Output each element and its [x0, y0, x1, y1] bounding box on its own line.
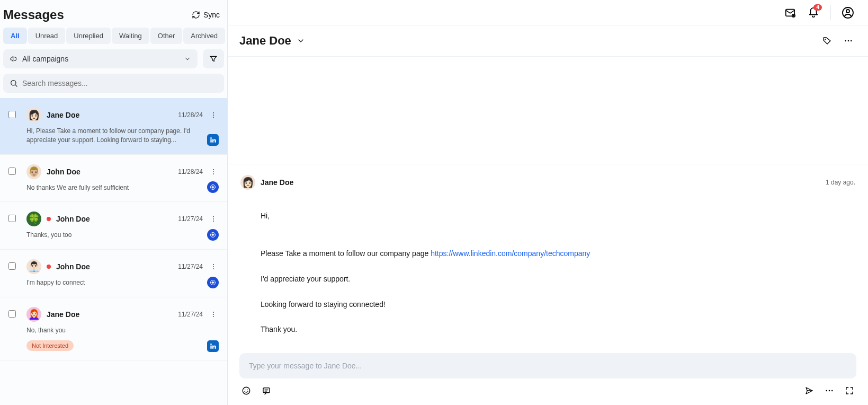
- send-button[interactable]: [802, 384, 816, 398]
- avatar: 👨🏻‍💼: [26, 259, 41, 274]
- svg-point-31: [826, 390, 827, 392]
- expand-button[interactable]: [843, 384, 856, 398]
- tab-other[interactable]: Other: [150, 28, 183, 44]
- search-box[interactable]: [3, 74, 224, 93]
- message-more-button[interactable]: [208, 168, 219, 175]
- svg-point-13: [213, 266, 214, 267]
- message-item[interactable]: 👩🏻 Jane Doe 11/28/24 Hi, Please Take a m…: [0, 98, 227, 155]
- more-vertical-icon: [210, 311, 217, 318]
- more-horizontal-icon: [825, 386, 834, 395]
- compose-mail-button[interactable]: [781, 3, 800, 22]
- svg-point-22: [846, 10, 849, 13]
- mail-plus-icon: [784, 7, 796, 19]
- send-icon: [804, 386, 814, 395]
- message-item[interactable]: 👩🏻‍🦰 Jane Doe 11/27/24 No, thank you Not…: [0, 297, 227, 361]
- avatar: 🍀: [26, 212, 41, 226]
- message-more-button[interactable]: [208, 311, 219, 318]
- company-link[interactable]: https://www.linkedin.com/company/techcom…: [431, 249, 590, 258]
- snippet-button[interactable]: [259, 384, 273, 398]
- svg-point-18: [213, 316, 214, 317]
- conversation-body[interactable]: 👩🏻 Jane Doe 1 day ago. Hi, Please Take a…: [228, 57, 868, 347]
- sender-avatar: 👩🏻: [240, 175, 255, 190]
- svg-point-23: [825, 39, 826, 40]
- tag-icon: [822, 36, 832, 46]
- message-date: 11/27/24: [178, 263, 203, 270]
- message-more-button[interactable]: [208, 215, 219, 223]
- svg-point-12: [213, 264, 214, 265]
- message-item[interactable]: 👨🏻‍💼 John Doe 11/27/24 I'm happy to conn…: [0, 250, 227, 297]
- svg-point-26: [851, 40, 852, 42]
- svg-point-10: [213, 221, 214, 222]
- divider: [830, 5, 831, 20]
- chevron-down-icon: [184, 55, 191, 63]
- message-preview: Thanks, you too: [26, 231, 219, 240]
- svg-point-28: [245, 390, 246, 391]
- select-checkbox[interactable]: [8, 215, 16, 222]
- tab-archived[interactable]: Archived: [183, 28, 225, 44]
- message-more-button[interactable]: [208, 263, 219, 270]
- tag-button[interactable]: [819, 33, 835, 49]
- chat-template-icon: [262, 386, 271, 395]
- select-checkbox[interactable]: [8, 111, 16, 118]
- sender-name: John Doe: [56, 262, 173, 271]
- select-checkbox[interactable]: [8, 262, 16, 270]
- svg-point-29: [247, 390, 248, 391]
- page-title: Messages: [3, 7, 64, 22]
- svg-point-4: [213, 169, 214, 170]
- chevron-down-icon: [297, 37, 305, 45]
- tab-unread[interactable]: Unread: [28, 28, 66, 44]
- svg-point-1: [213, 112, 214, 113]
- sync-button[interactable]: Sync: [192, 11, 220, 19]
- message-more-button[interactable]: [208, 111, 219, 119]
- message-date: 11/27/24: [178, 215, 203, 223]
- unread-indicator: [47, 265, 51, 269]
- svg-point-8: [213, 216, 214, 217]
- emoji-button[interactable]: [239, 384, 253, 398]
- tab-waiting[interactable]: Waiting: [112, 28, 149, 44]
- filter-button[interactable]: [203, 49, 224, 68]
- user-circle-icon: [842, 6, 854, 19]
- message-text: Hi, Please Take a moment to follow our c…: [240, 197, 855, 336]
- svg-rect-30: [263, 388, 270, 393]
- more-vertical-icon: [210, 263, 217, 270]
- svg-point-25: [848, 40, 849, 42]
- message-item[interactable]: 👨🏼 John Doe 11/28/24 No thanks We are fu…: [0, 155, 227, 202]
- svg-point-24: [845, 40, 846, 42]
- compose-input[interactable]: Type your message to Jane Doe...: [239, 353, 856, 378]
- account-button[interactable]: [838, 3, 857, 22]
- svg-point-3: [213, 117, 214, 118]
- conversation-more-button[interactable]: [840, 33, 856, 49]
- svg-point-0: [11, 81, 16, 85]
- message-date: 11/28/24: [178, 111, 203, 119]
- conversation-header: Jane Doe: [228, 25, 868, 57]
- avatar: 👨🏼: [26, 164, 41, 179]
- bubble-sender-name: Jane Doe: [261, 178, 820, 187]
- message-item[interactable]: 🍀 John Doe 11/27/24 Thanks, you too: [0, 202, 227, 250]
- sender-name: John Doe: [56, 215, 173, 223]
- conversation-title-dropdown[interactable]: Jane Doe: [239, 34, 305, 48]
- linkedin-icon: [207, 340, 219, 352]
- composer-more-button[interactable]: [822, 384, 836, 398]
- campaign-label: All campaigns: [22, 55, 68, 63]
- sender-name: Jane Doe: [47, 111, 173, 119]
- select-checkbox[interactable]: [8, 310, 16, 318]
- svg-point-5: [213, 171, 214, 172]
- select-checkbox[interactable]: [8, 168, 16, 175]
- search-input[interactable]: [22, 79, 218, 87]
- filter-icon: [209, 55, 218, 63]
- tab-all[interactable]: All: [3, 28, 27, 44]
- navigator-icon: [207, 277, 219, 288]
- tab-unreplied[interactable]: Unreplied: [66, 28, 111, 44]
- svg-point-6: [213, 173, 214, 174]
- linkedin-icon: [207, 134, 219, 146]
- smile-icon: [241, 386, 251, 395]
- more-horizontal-icon: [844, 36, 853, 46]
- message-list[interactable]: 👩🏻 Jane Doe 11/28/24 Hi, Please Take a m…: [0, 98, 227, 405]
- composer: Type your message to Jane Doe...: [228, 347, 868, 405]
- expand-icon: [845, 386, 854, 395]
- campaign-selector[interactable]: All campaigns: [3, 49, 198, 68]
- search-icon: [10, 79, 18, 87]
- message-bubble: 👩🏻 Jane Doe 1 day ago. Hi, Please Take a…: [228, 164, 868, 347]
- megaphone-icon: [10, 55, 18, 63]
- avatar: 👩🏻‍🦰: [26, 307, 41, 322]
